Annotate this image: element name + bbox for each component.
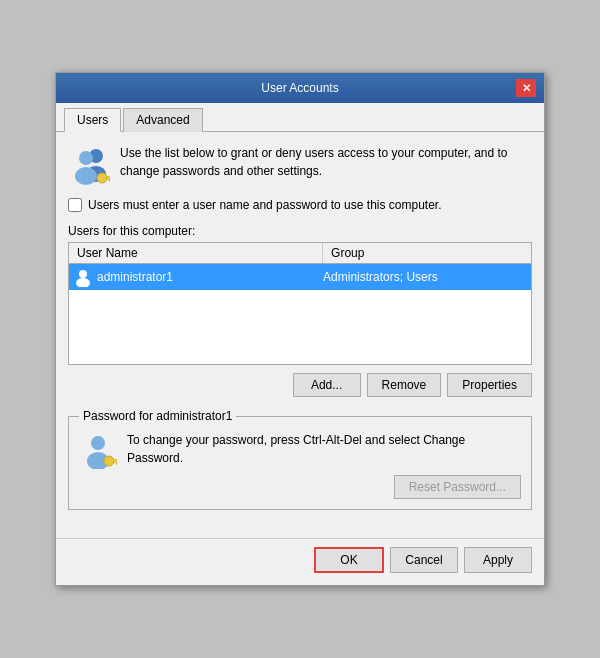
user-list-header: User Name Group (69, 243, 531, 264)
tab-advanced[interactable]: Advanced (123, 108, 202, 132)
tab-users[interactable]: Users (64, 108, 121, 132)
tab-content-users: Use the list below to grant or deny user… (56, 132, 544, 538)
svg-rect-5 (106, 177, 110, 180)
apply-button[interactable]: Apply (464, 547, 532, 573)
title-bar: User Accounts ✕ (56, 73, 544, 103)
password-section-legend: Password for administrator1 (79, 409, 236, 423)
bottom-buttons: OK Cancel Apply (56, 538, 544, 585)
users-for-computer-label: Users for this computer: (68, 224, 532, 238)
svg-rect-6 (109, 180, 110, 182)
user-name-cell: administrator1 (97, 270, 323, 284)
user-row[interactable]: administrator1 Administrators; Users (69, 264, 531, 290)
svg-point-3 (75, 167, 97, 185)
col-header-username: User Name (69, 243, 323, 263)
remove-button[interactable]: Remove (367, 373, 442, 397)
cancel-button[interactable]: Cancel (390, 547, 458, 573)
user-group-cell: Administrators; Users (323, 270, 531, 284)
add-button[interactable]: Add... (293, 373, 361, 397)
info-section: Use the list below to grant or deny user… (68, 144, 532, 186)
checkbox-row: Users must enter a user name and passwor… (68, 198, 532, 212)
svg-point-4 (97, 173, 107, 183)
user-row-icon (73, 267, 93, 287)
col-header-group: Group (323, 243, 531, 263)
svg-point-9 (91, 436, 105, 450)
require-login-checkbox[interactable] (68, 198, 82, 212)
info-text: Use the list below to grant or deny user… (120, 144, 532, 180)
svg-rect-13 (116, 463, 117, 465)
svg-point-11 (104, 456, 114, 466)
checkbox-label[interactable]: Users must enter a user name and passwor… (88, 198, 442, 212)
user-list: User Name Group administrator1 Administr… (68, 242, 532, 365)
user-action-buttons: Add... Remove Properties (68, 373, 532, 397)
svg-rect-12 (113, 460, 117, 463)
properties-button[interactable]: Properties (447, 373, 532, 397)
password-section: Password for administrator1 To change yo… (68, 409, 532, 510)
tab-bar: Users Advanced (56, 103, 544, 132)
window-title: User Accounts (84, 81, 516, 95)
user-list-body: administrator1 Administrators; Users (69, 264, 531, 364)
password-icon (79, 431, 117, 469)
password-section-inner: To change your password, press Ctrl-Alt-… (79, 431, 521, 499)
svg-point-2 (79, 151, 93, 165)
svg-point-7 (79, 270, 87, 278)
user-accounts-dialog: User Accounts ✕ Users Advanced (55, 72, 545, 586)
reset-password-btn-row: Reset Password... (127, 475, 521, 499)
close-button[interactable]: ✕ (516, 79, 536, 97)
users-info-icon (68, 144, 110, 186)
ok-button[interactable]: OK (314, 547, 384, 573)
svg-point-8 (76, 278, 90, 287)
password-text: To change your password, press Ctrl-Alt-… (127, 431, 521, 467)
reset-password-button[interactable]: Reset Password... (394, 475, 521, 499)
password-section-content: To change your password, press Ctrl-Alt-… (127, 431, 521, 499)
